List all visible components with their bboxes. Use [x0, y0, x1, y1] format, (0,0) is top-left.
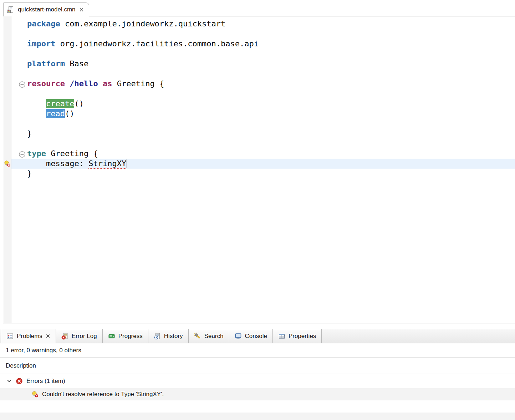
ruler-cell: [3, 109, 11, 119]
code-line[interactable]: [11, 29, 515, 39]
code-token: as: [103, 79, 112, 88]
ruler-cell: [3, 99, 11, 109]
view-tab-label: Error Log: [72, 333, 97, 340]
code-token: create: [46, 99, 74, 108]
editor-tab-bar: quickstart-model.cmn: [3, 2, 515, 16]
ruler-cell: [3, 89, 11, 99]
close-icon[interactable]: [46, 334, 50, 338]
quickfix-error-icon: [31, 391, 39, 398]
editor-tab-title: quickstart-model.cmn: [18, 6, 76, 13]
code-line[interactable]: package com.example.joindeworkz.quicksta…: [11, 19, 515, 29]
view-tab-label: Search: [204, 333, 224, 340]
progress-icon: [108, 333, 115, 340]
editor-body: package com.example.joindeworkz.quicksta…: [3, 16, 515, 323]
view-tab-history[interactable]: History: [148, 329, 189, 343]
code-line[interactable]: platform Base: [11, 59, 515, 69]
code-line[interactable]: resource /hello as Greeting {: [11, 79, 515, 89]
view-tab-label: Progress: [118, 333, 143, 340]
code-token: com.example.joindeworkz.quickstart: [60, 19, 226, 28]
view-tab-problems[interactable]: Problems: [1, 329, 56, 343]
problems-icon: [6, 333, 14, 340]
problems-tree: Errors (1 item) Couldn't resolve referen…: [0, 374, 515, 420]
code-token: package: [27, 19, 60, 28]
view-tab-label: History: [164, 333, 183, 340]
code-token: (): [74, 99, 84, 108]
problem-text: Couldn't resolve reference to Type 'Stri…: [42, 391, 164, 398]
code-token: import: [27, 39, 55, 48]
description-column-header[interactable]: Description: [0, 358, 515, 374]
ruler-cell: [3, 129, 11, 139]
code-token: message:: [27, 159, 88, 168]
code-line[interactable]: read(): [11, 109, 515, 119]
code-line[interactable]: [11, 119, 515, 129]
code-line[interactable]: [11, 49, 515, 59]
errors-group-label: Errors (1 item): [26, 378, 65, 385]
fold-collapse-icon[interactable]: [19, 151, 26, 158]
bottom-view-panel: ProblemsError LogProgressHistorySearchCo…: [0, 329, 515, 420]
text-cursor: [127, 159, 127, 168]
history-icon: [154, 333, 161, 340]
view-tab-label: Console: [245, 333, 267, 340]
view-tab-console[interactable]: Console: [229, 329, 273, 343]
empty-row: [0, 413, 515, 420]
view-tab-bar: ProblemsError LogProgressHistorySearchCo…: [0, 329, 515, 343]
code-token: [65, 79, 70, 88]
editor-tab-quickstart-model[interactable]: quickstart-model.cmn: [3, 2, 89, 16]
ruler-cell: [3, 119, 11, 129]
error-badge-icon: [16, 378, 23, 385]
fold-collapse-icon[interactable]: [19, 81, 26, 88]
code-token: read: [46, 109, 65, 118]
view-tab-search[interactable]: Search: [189, 329, 229, 343]
code-line[interactable]: }: [11, 169, 515, 179]
ruler-cell: [3, 139, 11, 149]
errors-group-row[interactable]: Errors (1 item): [0, 374, 515, 388]
error-log-icon: [61, 333, 68, 340]
code-token: [27, 109, 46, 118]
code-line[interactable]: [11, 139, 515, 149]
empty-row: [0, 400, 515, 413]
ruler-cell: [3, 39, 11, 49]
code-line[interactable]: type Greeting {: [11, 149, 515, 159]
code-line[interactable]: create(): [11, 99, 515, 109]
ruler-cell: [3, 19, 11, 29]
chevron-down-icon[interactable]: [6, 378, 12, 384]
ide-window: quickstart-model.cmn package com.example…: [0, 0, 515, 420]
code-token: org.joinedworkz.facilities.common.base.a…: [55, 39, 259, 48]
code-token: platform: [27, 59, 65, 68]
editor-area: quickstart-model.cmn package com.example…: [3, 2, 515, 323]
code-token: [98, 79, 103, 88]
code-line[interactable]: import org.joinedworkz.facilities.common…: [11, 39, 515, 49]
annotation-ruler: [3, 16, 11, 323]
code-token: [27, 99, 46, 108]
view-tab-properties[interactable]: Properties: [273, 329, 322, 343]
code-line-current[interactable]: message: StringXY: [11, 159, 515, 169]
view-tab-progress[interactable]: Progress: [103, 329, 148, 343]
code-token: Greeting {: [112, 79, 164, 88]
code-editor[interactable]: package com.example.joindeworkz.quicksta…: [11, 16, 515, 323]
code-token: resource: [27, 79, 65, 88]
ruler-cell: [3, 149, 11, 159]
close-icon[interactable]: [79, 7, 84, 12]
code-line[interactable]: [11, 89, 515, 99]
ruler-cell: [3, 79, 11, 89]
code-line[interactable]: }: [11, 129, 515, 139]
problems-summary: 1 error, 0 warnings, 0 others: [0, 343, 515, 358]
code-token: }: [27, 129, 32, 138]
ruler-cell: [3, 49, 11, 59]
properties-icon: [278, 333, 285, 340]
model-file-icon: [7, 6, 14, 13]
code-token: Greeting {: [46, 149, 98, 158]
code-token: (): [65, 109, 75, 118]
view-tab-label: Problems: [17, 333, 42, 340]
code-token: Base: [65, 59, 88, 68]
ruler-cell: [3, 69, 11, 79]
search-icon: [194, 333, 201, 340]
ruler-cell: [3, 159, 11, 169]
code-line[interactable]: [11, 69, 515, 79]
ruler-cell: [3, 59, 11, 69]
error-marker-icon[interactable]: [4, 160, 11, 167]
code-token: type: [27, 149, 46, 158]
code-token: }: [27, 169, 32, 178]
problem-row[interactable]: Couldn't resolve reference to Type 'Stri…: [0, 388, 515, 400]
view-tab-error-log[interactable]: Error Log: [56, 329, 103, 343]
